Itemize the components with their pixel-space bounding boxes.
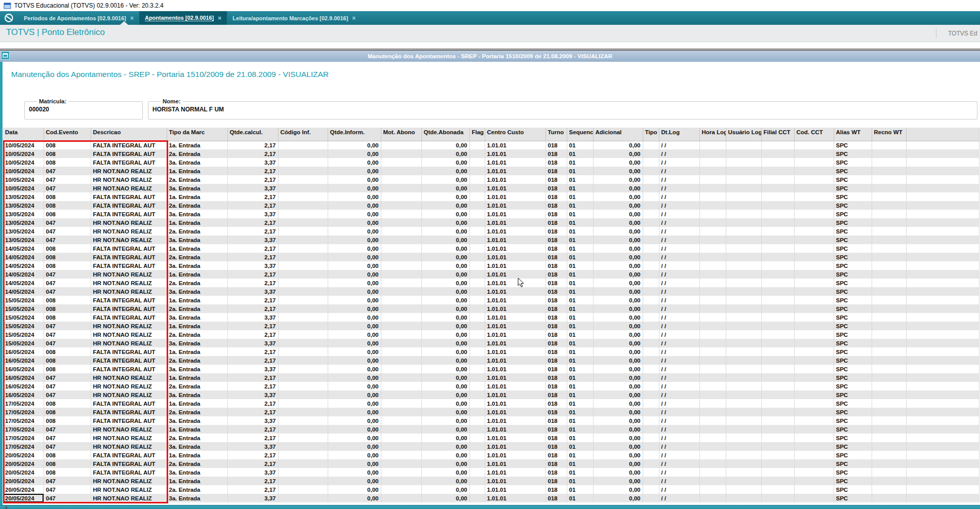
table-cell[interactable]: 0,00 <box>328 210 381 218</box>
table-cell[interactable]: 0,00 <box>593 494 643 502</box>
table-cell[interactable]: FALTA INTEGRAL AUT <box>91 296 167 304</box>
table-cell[interactable]: 1.01.01 <box>485 218 545 227</box>
table-cell[interactable]: HR NOT.NAO REALIZ <box>91 382 167 390</box>
table-cell[interactable]: 1a. Entrada <box>167 167 227 175</box>
grid-column-header[interactable]: Cod. CCT <box>794 128 834 141</box>
table-cell[interactable] <box>761 287 794 296</box>
table-cell[interactable] <box>761 296 794 304</box>
table-cell[interactable]: 0,00 <box>328 304 381 313</box>
table-cell[interactable]: 0,00 <box>421 408 469 416</box>
table-cell[interactable] <box>469 373 485 382</box>
table-row[interactable]: 13/05/2024047HR NOT.NAO REALIZ2a. Entrad… <box>3 227 979 236</box>
table-cell[interactable]: 01 <box>567 167 593 175</box>
table-cell[interactable] <box>726 296 761 304</box>
tab[interactable]: Apontamentos [02.9.0016]× <box>139 11 227 25</box>
table-cell[interactable] <box>643 313 659 322</box>
table-cell[interactable] <box>278 287 328 296</box>
table-cell[interactable]: 01 <box>567 477 593 485</box>
table-cell[interactable]: 3,37 <box>227 416 278 425</box>
table-cell[interactable] <box>381 408 421 416</box>
table-cell[interactable] <box>699 192 726 201</box>
table-cell[interactable]: 047 <box>44 322 91 330</box>
table-cell[interactable]: 0,00 <box>328 347 381 356</box>
table-cell[interactable]: 1.01.01 <box>485 313 545 322</box>
table-cell[interactable]: 1a. Entrada <box>167 270 227 279</box>
scroll-left-icon[interactable] <box>5 506 7 509</box>
table-cell[interactable] <box>726 287 761 296</box>
table-cell[interactable]: 0,00 <box>421 442 469 451</box>
table-row[interactable]: 17/05/2024008FALTA INTEGRAL AUT2a. Entra… <box>3 408 979 416</box>
table-cell[interactable] <box>643 279 659 287</box>
table-cell[interactable]: / / <box>659 236 699 244</box>
table-cell[interactable]: HR NOT.NAO REALIZ <box>91 494 167 502</box>
table-cell[interactable]: 0,00 <box>328 158 381 167</box>
table-cell[interactable] <box>381 296 421 304</box>
table-cell[interactable] <box>381 390 421 399</box>
table-cell[interactable] <box>761 253 794 261</box>
table-cell[interactable] <box>469 485 485 494</box>
table-cell[interactable] <box>794 210 834 218</box>
table-cell[interactable]: SPC <box>834 261 872 270</box>
table-cell[interactable] <box>469 296 485 304</box>
table-cell[interactable]: 018 <box>545 141 567 149</box>
table-cell[interactable] <box>643 270 659 279</box>
table-cell[interactable]: 2,17 <box>227 373 278 382</box>
table-cell[interactable] <box>872 236 906 244</box>
table-row[interactable]: 10/05/2024047HR NOT.NAO REALIZ3a. Entrad… <box>3 184 979 192</box>
table-cell[interactable] <box>278 347 328 356</box>
table-cell[interactable]: 047 <box>44 494 91 502</box>
table-cell[interactable] <box>761 175 794 184</box>
table-cell[interactable]: 1a. Entrada <box>167 399 227 408</box>
table-cell[interactable]: 0,00 <box>328 485 381 494</box>
table-cell[interactable]: 1a. Entrada <box>167 296 227 304</box>
table-cell[interactable] <box>469 236 485 244</box>
table-cell[interactable] <box>906 390 979 399</box>
table-cell[interactable] <box>761 408 794 416</box>
table-cell[interactable]: 0,00 <box>593 175 643 184</box>
table-cell[interactable]: 2,17 <box>227 218 278 227</box>
table-cell[interactable] <box>469 149 485 158</box>
table-cell[interactable]: 1a. Entrada <box>167 425 227 434</box>
table-cell[interactable]: 1.01.01 <box>485 167 545 175</box>
table-cell[interactable] <box>761 218 794 227</box>
table-cell[interactable]: 0,00 <box>421 184 469 192</box>
table-row[interactable]: 20/05/2024047HR NOT.NAO REALIZ1a. Entrad… <box>3 477 979 485</box>
table-cell[interactable] <box>381 184 421 192</box>
table-cell[interactable]: 01 <box>567 184 593 192</box>
table-cell[interactable] <box>699 167 726 175</box>
table-cell[interactable] <box>794 253 834 261</box>
table-cell[interactable]: 0,00 <box>328 468 381 477</box>
table-cell[interactable] <box>794 408 834 416</box>
table-cell[interactable]: 01 <box>567 296 593 304</box>
table-cell[interactable] <box>643 201 659 210</box>
table-cell[interactable]: 0,00 <box>593 459 643 468</box>
table-cell[interactable] <box>761 279 794 287</box>
table-cell[interactable]: 3a. Entrada <box>167 442 227 451</box>
table-row[interactable]: 15/05/2024047HR NOT.NAO REALIZ2a. Entrad… <box>3 330 979 339</box>
table-cell[interactable]: 2a. Entrada <box>167 149 227 158</box>
table-cell[interactable] <box>381 365 421 373</box>
table-cell[interactable]: 1.01.01 <box>485 210 545 218</box>
table-cell[interactable] <box>699 485 726 494</box>
table-cell[interactable]: 018 <box>545 227 567 236</box>
table-cell[interactable]: 0,00 <box>421 494 469 502</box>
table-cell[interactable] <box>278 356 328 365</box>
table-cell[interactable]: HR NOT.NAO REALIZ <box>91 339 167 347</box>
table-cell[interactable]: / / <box>659 192 699 201</box>
table-cell[interactable] <box>699 184 726 192</box>
table-cell[interactable] <box>794 382 834 390</box>
table-cell[interactable] <box>794 149 834 158</box>
table-cell[interactable]: 01 <box>567 141 593 149</box>
table-cell[interactable] <box>794 270 834 279</box>
table-cell[interactable] <box>906 149 979 158</box>
table-cell[interactable] <box>906 416 979 425</box>
table-cell[interactable]: 0,00 <box>593 442 643 451</box>
table-cell[interactable] <box>726 425 761 434</box>
table-cell[interactable]: SPC <box>834 201 872 210</box>
table-cell[interactable]: 0,00 <box>593 322 643 330</box>
table-cell[interactable]: / / <box>659 218 699 227</box>
table-cell[interactable]: 01 <box>567 218 593 227</box>
table-cell[interactable]: / / <box>659 365 699 373</box>
table-cell[interactable]: 01 <box>567 416 593 425</box>
table-cell[interactable]: 0,00 <box>328 270 381 279</box>
